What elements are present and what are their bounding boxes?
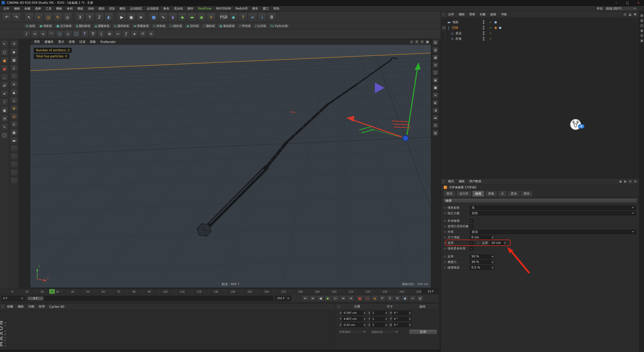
position-field[interactable]: 0.32 cm (342, 323, 363, 327)
make-editable-icon[interactable]: ↺ (11, 40, 18, 48)
toolbar-icon[interactable] (217, 13, 218, 21)
enable-toggle[interactable]: ✓ (489, 37, 492, 40)
enable-toggle[interactable]: ✓ (489, 26, 492, 29)
material-area[interactable] (0, 310, 334, 350)
am-lock-icon[interactable]: ⊙ (628, 179, 632, 184)
menu-item[interactable]: 脚本 (250, 7, 260, 11)
parameter-key-toggle[interactable]: ◆ (401, 295, 409, 301)
help-icon[interactable]: ? (238, 13, 248, 22)
play-button[interactable]: ▶ (325, 295, 332, 301)
render-picture-viewer-icon[interactable]: ▣ (127, 13, 136, 22)
capsule-field-button[interactable]: ▬ 胶囊体域 (132, 23, 150, 28)
formula-spline-icon[interactable]: ƒ (122, 30, 130, 38)
model-mode-icon[interactable]: ◆ (11, 49, 18, 56)
sphere-field-button[interactable]: ● 球体域 (38, 23, 54, 28)
dynamics-tag-icon[interactable]: ◉ (494, 26, 497, 29)
redo-icon[interactable]: ↷ (12, 13, 21, 22)
next-frame-button[interactable]: ▷ (332, 295, 339, 301)
size-field[interactable]: 1 (371, 311, 385, 315)
last-tool-icon[interactable]: ◎ (63, 13, 72, 22)
attribute-menu-item[interactable]: 用户数据 (467, 179, 484, 184)
anim-dot-icon[interactable] (444, 226, 446, 227)
material-menu-item[interactable]: 纹理 (36, 304, 47, 309)
scale-tool-icon[interactable]: ◲ (44, 13, 53, 22)
keyframe-selection-button[interactable]: ◈ (371, 295, 378, 301)
visibility-toggles[interactable] (483, 20, 485, 24)
dock-icon[interactable]: ⊞ (432, 62, 438, 68)
view-zoom-icon[interactable]: ↕ (420, 40, 424, 44)
anim-dot-icon[interactable] (444, 237, 446, 238)
stepper-icon[interactable] (287, 296, 290, 300)
menu-item[interactable]: 渲染 (107, 7, 117, 11)
goto-start-button[interactable]: ⇤ (302, 295, 309, 301)
linear-field-button[interactable]: → 线性域 (168, 23, 184, 28)
rotation-field[interactable]: 0 ° (392, 317, 409, 321)
rect-select-icon[interactable]: □ (1, 49, 8, 56)
grip-icon[interactable]: ∷ (11, 177, 18, 184)
anim-dot-icon[interactable] (444, 256, 446, 257)
contour-spline-icon[interactable]: ∩ (147, 30, 155, 38)
menu-item[interactable]: 窗口 (260, 7, 271, 11)
menu-item[interactable]: Redshift (233, 7, 250, 10)
spline-field-button[interactable]: ∿ 样条域 (151, 23, 167, 28)
size-field[interactable]: 1 (371, 323, 385, 327)
layout-tab-icon[interactable]: ▦ (640, 39, 644, 42)
snap-toggle-icon[interactable]: ⊙ (11, 121, 18, 128)
attribute-tab[interactable]: 碰撞 (472, 191, 484, 197)
position-key-toggle[interactable]: P (379, 295, 386, 301)
inherit-tag-dropdown[interactable]: 无 (470, 206, 636, 210)
circle-spline-icon[interactable]: ○ (56, 30, 64, 38)
goto-end-button[interactable]: ⇥ (347, 295, 354, 301)
position-field[interactable]: 4.857 cm (342, 317, 363, 321)
object-name[interactable]: 样条 (456, 37, 462, 41)
shape-dropdown[interactable]: 自动 (470, 230, 636, 234)
rotation-key-toggle[interactable]: R (394, 295, 401, 301)
cylinder-field-button[interactable]: ▮ 圆柱体域 (74, 23, 92, 28)
bounce-field[interactable]: 50 % (470, 254, 491, 259)
attribute-menu-item[interactable]: 编辑 (456, 179, 467, 184)
camera-icon[interactable]: ◉ (197, 13, 206, 22)
viewport-menu-item[interactable]: 面板 (88, 40, 98, 44)
stepper-icon[interactable] (363, 317, 366, 321)
deformer-icon[interactable]: ◗ (168, 13, 177, 22)
menu-item[interactable]: 网格 (54, 7, 64, 11)
plugin-b-icon[interactable]: B (267, 13, 276, 22)
anim-dot-icon[interactable] (444, 207, 446, 209)
view-switch-icon[interactable]: ▣ (425, 40, 430, 44)
floor-icon[interactable]: ▬ (187, 13, 196, 22)
viewport-menu-item[interactable]: 查看 (32, 40, 42, 44)
menu-item[interactable]: 运动图形 (144, 7, 161, 11)
formula-field-button[interactable]: ƒ 公式域 (253, 23, 268, 28)
object-name[interactable]: 多边 (456, 31, 462, 35)
phong-tag-icon[interactable]: ● (499, 26, 501, 29)
dock-icon[interactable]: ▣ (432, 77, 438, 83)
coordinate-system-icon[interactable]: ◐ (104, 13, 113, 22)
panel-grip-icon[interactable] (1, 305, 4, 309)
stepper-icon[interactable] (409, 317, 412, 321)
menu-item[interactable]: 插件 (185, 7, 196, 11)
solo-button[interactable]: ◎ (417, 295, 424, 301)
random-field-button[interactable]: ∴ 随机域 (202, 23, 217, 28)
visibility-toggles[interactable] (483, 37, 485, 41)
stepper-icon[interactable] (491, 260, 494, 264)
psr-reset-icon[interactable]: PSR (219, 13, 228, 22)
keep-shape-checkbox[interactable]: ✓ (470, 247, 473, 250)
menu-item[interactable]: 角色 (161, 7, 172, 11)
spline-smooth-icon[interactable]: ∿ (39, 30, 47, 38)
object-manager-menu-item[interactable]: 标签 (488, 12, 499, 17)
phong-tag-icon[interactable]: ● (494, 20, 497, 24)
maximize-button[interactable]: □ (622, 0, 633, 6)
flower-spline-icon[interactable]: ∗ (131, 30, 138, 38)
attribute-tab[interactable]: 力 (498, 191, 507, 197)
prev-frame-button[interactable]: ◀ (317, 295, 324, 301)
object-manager-menu-item[interactable]: 文件 (446, 12, 456, 17)
rings-icon[interactable]: ∞ (248, 13, 257, 22)
anim-dot-icon[interactable] (444, 231, 446, 233)
anim-dot-icon[interactable] (444, 212, 446, 214)
material-menu-item[interactable]: 功能 (26, 304, 36, 309)
rotate-tool-icon[interactable]: ↻ (53, 13, 62, 22)
object-name[interactable]: 扫描 (452, 26, 458, 30)
position-field[interactable]: 0.197 cm (342, 311, 363, 315)
material-menu-item[interactable]: 编辑 (15, 304, 26, 309)
menu-item[interactable]: 选择 (33, 7, 43, 11)
